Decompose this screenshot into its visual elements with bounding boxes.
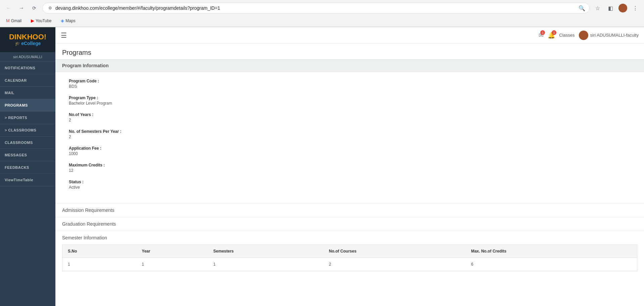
sidebar-item-mail[interactable]: MAIL bbox=[0, 87, 55, 99]
bell-badge: 1 bbox=[552, 30, 556, 35]
topbar-avatar bbox=[579, 31, 588, 40]
program-info-area: Program Code : BDS Program Type : Bachel… bbox=[55, 72, 644, 203]
topbar-username: siri ADUSUMALLI-faculty bbox=[590, 33, 639, 38]
bookmarks-bar: M Gmail ▶ YouTube ◈ Maps bbox=[0, 16, 644, 27]
semester-table-wrapper: S.No Year Semesters No.of Courses Max. N… bbox=[62, 244, 637, 271]
sidebar-classrooms-label: CLASSROOMS bbox=[5, 141, 33, 145]
page-title: Programs bbox=[62, 49, 637, 56]
mail-badge: 1 bbox=[540, 30, 545, 35]
status-value: Active bbox=[69, 185, 631, 190]
semester-table: S.No Year Semesters No.of Courses Max. N… bbox=[62, 245, 637, 271]
logo-hat-row: 🎓 eCollege bbox=[9, 41, 46, 46]
program-type-row: Program Type : Bachelor Level Program bbox=[69, 95, 631, 106]
sidebar-messages-label: MESSAGES bbox=[5, 153, 27, 157]
sidebar-item-classrooms-expandable[interactable]: > CLASSROOMS bbox=[0, 124, 55, 137]
row1-year: 1 bbox=[136, 258, 208, 271]
sidebar-logo: DINKHOO! 🎓 eCollege bbox=[0, 27, 55, 52]
sidebar-item-classrooms[interactable]: CLASSROOMS bbox=[0, 137, 55, 149]
bookmark-maps[interactable]: ◈ Maps bbox=[59, 17, 77, 24]
bookmark-star-button[interactable]: ☆ bbox=[593, 3, 602, 13]
sidebar-mail-label: MAIL bbox=[5, 91, 14, 95]
row1-courses: 2 bbox=[324, 258, 466, 271]
row1-max-credits: 6 bbox=[466, 258, 637, 271]
semester-information-title: Semester Information bbox=[62, 235, 107, 240]
application-fee-value: 1000 bbox=[69, 151, 631, 156]
topbar-user[interactable]: siri ADUSUMALLI-faculty bbox=[579, 31, 639, 40]
sidebar-item-reports[interactable]: > REPORTS bbox=[0, 112, 55, 124]
row1-semesters: 1 bbox=[208, 258, 323, 271]
sidebar-item-programs[interactable]: PROGRAMS bbox=[0, 99, 55, 112]
address-search-icon[interactable]: 🔍 bbox=[579, 5, 585, 11]
program-code-value: BDS bbox=[69, 84, 631, 89]
topbar-bell-icon[interactable]: 🔔 1 bbox=[548, 32, 555, 39]
sidebar-item-messages[interactable]: MESSAGES bbox=[0, 149, 55, 161]
sidebar-item-calendar[interactable]: CALENDAR bbox=[0, 74, 55, 87]
col-max-credits: Max. No.of Credits bbox=[466, 245, 637, 258]
semester-table-header-row: S.No Year Semesters No.of Courses Max. N… bbox=[62, 245, 637, 258]
app-container: DINKHOO! 🎓 eCollege siri ADUSUMALLI NOTI… bbox=[0, 27, 644, 306]
program-code-row: Program Code : BDS bbox=[69, 79, 631, 89]
menu-button[interactable]: ⋮ bbox=[631, 3, 640, 13]
admission-requirements-title: Admission Requirements bbox=[62, 207, 114, 213]
security-icon: ⚙ bbox=[47, 5, 53, 11]
back-button[interactable]: ← bbox=[4, 3, 13, 13]
no-of-years-row: No.of Years : 2 bbox=[69, 112, 631, 122]
col-semesters: Semesters bbox=[208, 245, 323, 258]
program-type-label: Program Type : bbox=[69, 95, 631, 100]
sidebar-item-notifications[interactable]: NOTIFICATIONS bbox=[0, 62, 55, 74]
no-of-years-value: 2 bbox=[69, 118, 631, 122]
sidebar-classrooms-expandable-label: > CLASSROOMS bbox=[5, 128, 36, 132]
bookmark-gmail-label: Gmail bbox=[11, 18, 21, 23]
program-info-section-header: Program Information bbox=[55, 59, 644, 72]
topbar-right: ✉ 1 🔔 1 Classes siri ADUSUMALLI-faculty bbox=[539, 31, 639, 40]
graduation-requirements-title: Graduation Requirements bbox=[62, 221, 116, 227]
main-content: Programs Program Information Program Cod… bbox=[55, 43, 644, 306]
sidebar-item-timetable[interactable]: ViewTimeTable bbox=[0, 174, 55, 186]
maps-icon: ◈ bbox=[61, 18, 64, 23]
sidebar-calendar-label: CALENDAR bbox=[5, 78, 27, 82]
sidebar-item-feedbacks[interactable]: FEEDBACKS bbox=[0, 161, 55, 174]
no-of-semesters-label: No. of Semesters Per Year : bbox=[69, 129, 631, 134]
logo-ecollege: eCollege bbox=[21, 41, 41, 46]
browser-toolbar: ← → ⟳ ⚙ devang.dinkhoo.com/ecollege/memb… bbox=[0, 0, 644, 16]
semester-table-head: S.No Year Semesters No.of Courses Max. N… bbox=[62, 245, 637, 258]
topbar-classes-link[interactable]: Classes bbox=[559, 33, 574, 38]
col-courses: No.of Courses bbox=[324, 245, 466, 258]
address-bar[interactable]: ⚙ devang.dinkhoo.com/ecollege/member/#/f… bbox=[42, 3, 590, 13]
logo-box: DINKHOO! 🎓 eCollege bbox=[6, 31, 50, 48]
program-code-label: Program Code : bbox=[69, 79, 631, 83]
topbar: ☰ ✉ 1 🔔 1 Classes siri ADUSUMALLI-facult… bbox=[55, 27, 644, 43]
sidebar-reports-label: > REPORTS bbox=[5, 116, 27, 120]
semester-table-body: 1 1 1 2 6 bbox=[62, 258, 637, 271]
bookmark-youtube-label: YouTube bbox=[36, 18, 51, 23]
sidebar-timetable-label: ViewTimeTable bbox=[5, 178, 33, 182]
semester-information-section[interactable]: Semester Information bbox=[55, 231, 644, 244]
refresh-button[interactable]: ⟳ bbox=[30, 3, 39, 13]
sidebar: DINKHOO! 🎓 eCollege siri ADUSUMALLI NOTI… bbox=[0, 27, 55, 306]
profile-avatar[interactable] bbox=[618, 4, 627, 12]
main-inner: Programs Program Information Program Cod… bbox=[55, 43, 644, 306]
sidebar-nav: NOTIFICATIONS CALENDAR MAIL PROGRAMS > R… bbox=[0, 62, 55, 306]
page-header: Programs bbox=[55, 43, 644, 59]
extensions-button[interactable]: ◧ bbox=[606, 3, 615, 13]
topbar-mail-icon[interactable]: ✉ 1 bbox=[539, 32, 544, 39]
status-row: Status : Active bbox=[69, 180, 631, 190]
application-fee-row: Application Fee : 1000 bbox=[69, 146, 631, 156]
row1-sno: 1 bbox=[62, 258, 136, 271]
topbar-menu-icon[interactable]: ☰ bbox=[61, 31, 67, 39]
url-text[interactable]: devang.dinkhoo.com/ecollege/member/#/fac… bbox=[55, 5, 577, 11]
max-credits-row: Maximum Credits : 12 bbox=[69, 163, 631, 173]
logo-dinkhoo: DINKHOO! bbox=[9, 33, 46, 41]
application-fee-label: Application Fee : bbox=[69, 146, 631, 151]
browser-chrome: ← → ⟳ ⚙ devang.dinkhoo.com/ecollege/memb… bbox=[0, 0, 644, 27]
admission-requirements-section[interactable]: Admission Requirements bbox=[55, 203, 644, 217]
forward-button[interactable]: → bbox=[17, 3, 26, 13]
max-credits-label: Maximum Credits : bbox=[69, 163, 631, 167]
col-year: Year bbox=[136, 245, 208, 258]
program-type-value: Bachelor Level Program bbox=[69, 101, 631, 106]
gmail-icon: M bbox=[6, 18, 10, 23]
bookmark-gmail[interactable]: M Gmail bbox=[4, 17, 24, 24]
graduation-requirements-section[interactable]: Graduation Requirements bbox=[55, 217, 644, 231]
max-credits-value: 12 bbox=[69, 168, 631, 173]
bookmark-youtube[interactable]: ▶ YouTube bbox=[29, 17, 53, 24]
